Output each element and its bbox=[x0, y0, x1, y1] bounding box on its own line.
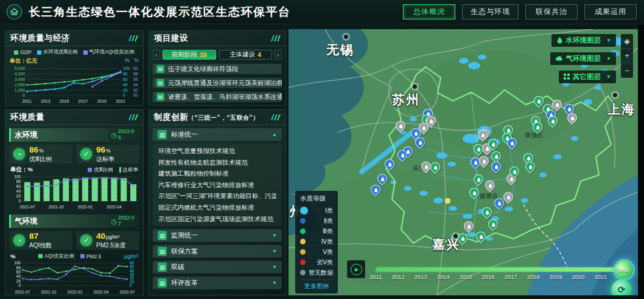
timeline-year-label: 2020 bbox=[570, 273, 587, 280]
legend-swatch bbox=[14, 50, 18, 55]
district-label: 青浦区 bbox=[525, 131, 543, 140]
water-chart-legend: 优Ⅲ比例达标率 bbox=[88, 167, 138, 174]
legend-label: AQI优良比例 bbox=[44, 253, 74, 260]
svg-text:20: 20 bbox=[130, 276, 135, 280]
pie-icon: ◔ bbox=[13, 235, 25, 246]
projects-tab[interactable]: 前期阶段10 bbox=[163, 50, 216, 60]
layer-button-grid[interactable]: 其它图层▼ bbox=[559, 70, 616, 83]
nav-button[interactable]: 生态与环境 bbox=[462, 4, 519, 19]
layer-button-water-drop[interactable]: 水环境图层▼ bbox=[551, 34, 616, 47]
flag-icon: ▤ bbox=[156, 79, 164, 87]
city-label: 无锡 bbox=[326, 41, 354, 58]
app-title: 长三角生态绿色一体化发展示范区生态环保平台 bbox=[29, 4, 291, 20]
more-legend-link[interactable]: 更多图例 bbox=[300, 280, 333, 290]
svg-text:2021-10: 2021-10 bbox=[41, 290, 57, 294]
svg-text:50: 50 bbox=[130, 264, 135, 269]
svg-text:30: 30 bbox=[130, 272, 135, 277]
stat-value: 96% bbox=[96, 145, 114, 155]
doc-icon: ▤ bbox=[158, 130, 167, 139]
legend-label: GDP bbox=[20, 49, 31, 55]
project-list-item[interactable]: ▤诸曹漾、雪落漾、马斜湖等湖荡水系连通、生 bbox=[153, 92, 282, 102]
legend-item: PM2.5 bbox=[80, 253, 102, 259]
accordion-label: 标准统一 bbox=[171, 130, 198, 139]
nav-button[interactable]: 总体概况 bbox=[403, 4, 455, 19]
timeline-year-label: 2012 bbox=[390, 273, 407, 280]
stat-text: 87AQI指数 bbox=[29, 232, 52, 249]
accordion-双碳[interactable]: ▤双碳▼ bbox=[153, 261, 282, 273]
chevron-down-icon: ▼ bbox=[272, 233, 277, 238]
panel-institution-title: 制度创新 bbox=[154, 112, 188, 122]
panel-institution-subtitle: （“三统一”，“五联合”） bbox=[188, 114, 259, 121]
map-layers-toggle[interactable]: ◈ bbox=[621, 34, 633, 49]
svg-text:52: 52 bbox=[133, 88, 138, 92]
layer-button-cloud[interactable]: 气环境图层▼ bbox=[550, 52, 616, 65]
svg-text:60: 60 bbox=[123, 77, 128, 81]
tab-label: 主体建设 bbox=[229, 50, 255, 59]
svg-text:40: 40 bbox=[16, 274, 21, 278]
water-date-picker[interactable]: ◷2022-06 bbox=[109, 128, 138, 142]
standard-item[interactable]: 环境空气质量预报技术规范 bbox=[158, 145, 276, 157]
tabs-prev-arrow[interactable]: ‹ bbox=[153, 50, 160, 60]
timeline-year-label: 2013 bbox=[412, 273, 429, 280]
standard-item[interactable]: 示范区“一河三湖”环境要素功能目标、污染防治 bbox=[158, 190, 276, 202]
panel-institution: 制度创新（“三统一”，“五联合”） ▤标准统一▲环境空气质量预报技术规范挥发性有… bbox=[149, 109, 286, 295]
water-quality-legend: 水质等级 Ⅰ类Ⅱ类Ⅲ类Ⅳ类Ⅴ类劣Ⅴ类暂无数据 更多图例 bbox=[295, 191, 338, 294]
map-view[interactable]: 青浦区吴江区嘉善县 无锡苏州嘉兴上海州 水环境图层▼气环境图层▼其它图层▼ ◈ … bbox=[289, 29, 638, 295]
legend-item: GDP bbox=[14, 49, 31, 56]
chevron-down-icon: ▼ bbox=[272, 280, 277, 286]
timeline-current-year: 2022 bbox=[619, 267, 629, 273]
legend-label: Ⅰ类 bbox=[325, 207, 333, 215]
accordion-监测统一[interactable]: ▤监测统一▼ bbox=[153, 229, 282, 242]
svg-text:2021: 2021 bbox=[116, 99, 125, 103]
project-list-item[interactable]: ▤元荡岸线贯通及汾湖等环元荡美丽湖泊群建设项 bbox=[153, 78, 282, 88]
nav-button[interactable]: 联保共治 bbox=[525, 4, 578, 19]
svg-text:60: 60 bbox=[133, 66, 138, 70]
tabs-next-arrow[interactable]: › bbox=[275, 50, 282, 60]
accordion-环评改革[interactable]: ▤环评改革▼ bbox=[153, 277, 282, 289]
timeline-track[interactable] bbox=[376, 267, 626, 272]
standard-item[interactable]: 挥发性有机物走航监测技术规范 bbox=[158, 157, 276, 168]
map-compass-button[interactable]: ⟳ bbox=[611, 280, 632, 295]
projects-tab[interactable]: 主体建设4 bbox=[219, 50, 273, 60]
standard-item[interactable]: 示范区固定污染源废气现场监测技术规范 bbox=[158, 213, 276, 225]
zoom-out-button[interactable]: − bbox=[621, 63, 633, 78]
standard-item[interactable]: 固定式内燃机大气污染物排放标准 bbox=[158, 202, 276, 213]
home-icon bbox=[6, 4, 23, 20]
accordion-联保方案[interactable]: ▤联保方案▼ bbox=[153, 245, 282, 258]
panel-corner-icon bbox=[270, 35, 281, 41]
standard-item[interactable]: 建筑施工颗粒物控制标准 bbox=[158, 168, 276, 179]
zoom-in-button[interactable]: + bbox=[621, 49, 633, 63]
accordion-standards[interactable]: ▤标准统一▲ bbox=[153, 128, 282, 141]
standard-item[interactable]: 汽车维修行业大气污染物排放标准 bbox=[158, 179, 276, 191]
svg-text:56: 56 bbox=[133, 77, 138, 81]
project-list-item[interactable]: ▤伍子塘文化绿廊祥符荡段 bbox=[153, 64, 282, 74]
air-date-picker[interactable]: ◷2022-07 bbox=[109, 215, 138, 228]
economy-legend: GDP水环境优Ⅲ比例气环境AQI优良比例 bbox=[5, 49, 143, 56]
stat-card: ✓96%达标率 bbox=[76, 145, 139, 163]
projects-tab-list: 前期阶段10主体建设4 bbox=[163, 50, 272, 60]
timeline-knob[interactable]: 2022 bbox=[615, 261, 633, 279]
timeline-play-button[interactable]: ▶ bbox=[347, 260, 365, 278]
chevron-down-icon: ▼ bbox=[606, 38, 611, 43]
tab-count: 4 bbox=[257, 51, 261, 58]
check-icon: ✓ bbox=[80, 148, 92, 160]
legend-dot bbox=[300, 259, 306, 265]
stat-card: ✓40μg/m³PM2.5浓度 bbox=[76, 231, 139, 250]
nav-button[interactable]: 成果运用 bbox=[584, 4, 637, 19]
standards-list: 环境空气质量预报技术规范挥发性有机物走航监测技术规范建筑施工颗粒物控制标准汽车维… bbox=[153, 143, 282, 226]
water-chart: 0204060801002021-072021-102022-012022-04 bbox=[7, 174, 142, 211]
svg-text:50: 50 bbox=[133, 93, 138, 97]
legend-label: Ⅱ类 bbox=[324, 217, 333, 225]
water-drop-icon bbox=[556, 36, 563, 45]
legend-label: 优Ⅲ比例 bbox=[94, 167, 113, 174]
legend-swatch bbox=[119, 167, 121, 173]
air-section-label: 气环境 bbox=[15, 216, 38, 227]
svg-text:0: 0 bbox=[18, 199, 21, 203]
chevron-down-icon: ▼ bbox=[272, 264, 277, 270]
city-dot bbox=[412, 84, 418, 89]
svg-text:3,000: 3,000 bbox=[15, 77, 25, 81]
stat-label: AQI指数 bbox=[29, 242, 52, 249]
water-quality-dot-marker[interactable] bbox=[445, 198, 450, 204]
home-button[interactable] bbox=[6, 4, 23, 20]
doc-icon: ▤ bbox=[158, 231, 167, 240]
